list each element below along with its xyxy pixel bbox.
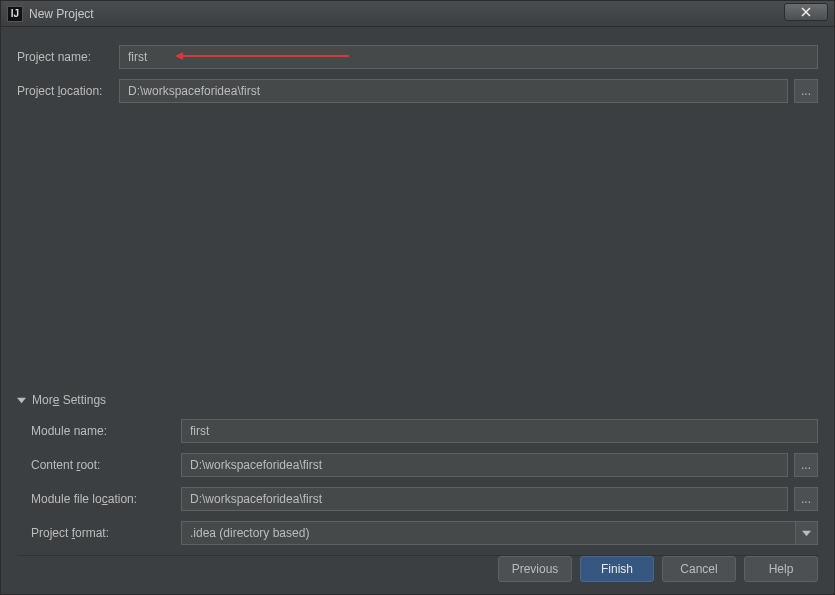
more-settings-label: More Settings (32, 393, 106, 407)
module-file-location-label: Module file location: (31, 492, 181, 506)
row-module-name: Module name: (31, 419, 818, 443)
project-format-dropdown[interactable]: .idea (directory based) (181, 521, 818, 545)
finish-button[interactable]: Finish (580, 556, 654, 582)
browse-content-root-button[interactable]: ... (794, 453, 818, 477)
project-location-input[interactable] (119, 79, 788, 103)
browse-module-file-button[interactable]: ... (794, 487, 818, 511)
project-format-value: .idea (directory based) (190, 526, 309, 540)
dialog-content: Project name: Project location: ... (1, 27, 834, 103)
chevron-down-icon (17, 396, 26, 405)
module-name-label: Module name: (31, 424, 181, 438)
more-settings-toggle[interactable]: More Settings (17, 393, 818, 407)
row-project-format: Project format: .idea (directory based) (31, 521, 818, 545)
project-name-input[interactable] (119, 45, 818, 69)
module-file-location-input[interactable] (181, 487, 788, 511)
module-name-input[interactable] (181, 419, 818, 443)
row-module-file-location: Module file location: ... (31, 487, 818, 511)
project-name-label: Project name: (17, 50, 119, 64)
project-location-label: Project location: (17, 84, 119, 98)
row-project-name: Project name: (17, 45, 818, 69)
titlebar: IJ New Project (1, 1, 834, 27)
content-root-input[interactable] (181, 453, 788, 477)
row-content-root: Content root: ... (31, 453, 818, 477)
content-root-label: Content root: (31, 458, 181, 472)
help-button[interactable]: Help (744, 556, 818, 582)
annotation-arrow (179, 55, 349, 57)
close-button[interactable] (784, 3, 828, 21)
chevron-down-icon (795, 522, 817, 544)
app-icon: IJ (7, 6, 23, 22)
previous-button[interactable]: Previous (498, 556, 572, 582)
new-project-dialog: IJ New Project Project name: Project loc… (0, 0, 835, 595)
browse-location-button[interactable]: ... (794, 79, 818, 103)
project-format-label: Project format: (31, 526, 181, 540)
cancel-button[interactable]: Cancel (662, 556, 736, 582)
window-title: New Project (29, 7, 94, 21)
row-project-location: Project location: ... (17, 79, 818, 103)
more-settings-section: More Settings Module name: Content root:… (17, 393, 818, 568)
more-settings-body: Module name: Content root: ... Module fi… (17, 419, 818, 545)
dialog-footer: Previous Finish Cancel Help (498, 556, 818, 582)
svg-marker-0 (17, 397, 26, 402)
svg-marker-1 (802, 530, 811, 535)
